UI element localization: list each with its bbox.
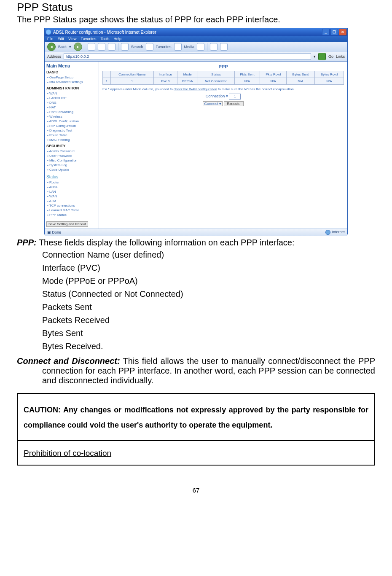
list-item: Connection Name (user defined) <box>17 248 375 261</box>
sidebar-item[interactable]: ADSL Configuration <box>47 119 97 124</box>
col-iface: Interface <box>153 71 177 78</box>
sidebar-item[interactable]: OnePage Setup <box>47 75 97 80</box>
caution-box: CAUTION: Any changes or modifications no… <box>17 393 375 441</box>
minimize-button[interactable]: _ <box>322 29 330 35</box>
menu-favorites[interactable]: Favorites <box>81 37 96 41</box>
note-link[interactable]: check the WAN configuration <box>174 87 217 91</box>
toolbar-separator <box>85 43 85 51</box>
sidebar-item[interactable]: WAN <box>47 91 97 96</box>
back-dropdown-icon[interactable]: ▾ <box>69 45 71 49</box>
address-url-text: http://10.0.0.2 <box>66 54 89 59</box>
mail-icon[interactable] <box>210 43 217 51</box>
col-pks: Pkts Sent <box>234 71 260 78</box>
sidebar-head-basic: BASIC <box>46 70 97 74</box>
forward-button[interactable]: ► <box>74 43 82 51</box>
sidebar-head-status[interactable]: Status <box>46 175 97 179</box>
list-item: Mode (PPPoE or PPPoA) <box>17 275 375 288</box>
media-icon[interactable] <box>174 43 182 51</box>
sidebar-item[interactable]: System Log <box>47 163 97 167</box>
history-icon[interactable] <box>197 43 204 51</box>
address-dropdown-icon[interactable]: ▾ <box>314 54 316 59</box>
sidebar-item[interactable]: DNS <box>47 100 97 105</box>
print-icon[interactable] <box>220 43 228 51</box>
ppp-table: Connection Name Interface Mode Status Pk… <box>102 71 344 85</box>
sidebar-menu: Main Menu BASIC OnePage Setup Info advan… <box>45 62 99 229</box>
sidebar-item[interactable]: Port Forwarding <box>47 110 97 114</box>
list-item: Status (Connected or Not Connected) <box>17 288 375 301</box>
internet-zone-icon <box>325 230 330 235</box>
menu-view[interactable]: View <box>68 37 76 41</box>
refresh-icon[interactable] <box>98 43 105 51</box>
favorites-label: Favorites <box>156 45 172 49</box>
address-bar: Address http://10.0.0.2 ▾ Go Links <box>45 52 347 62</box>
sidebar-item[interactable]: TCP connections <box>47 203 97 208</box>
connection-number-row: Connection # 1 <box>102 94 344 100</box>
toolbar-separator <box>118 43 118 51</box>
ppp-label: PPP: <box>17 238 37 247</box>
list-item: Interface (PVC) <box>17 261 375 275</box>
sidebar-item[interactable]: Router <box>47 180 97 185</box>
sidebar-title: Main Menu <box>46 63 97 68</box>
browser-status-bar: ▣ Done Internet <box>45 229 347 236</box>
menu-tools[interactable]: Tools <box>100 37 109 41</box>
menu-edit[interactable]: Edit <box>58 37 64 41</box>
back-button[interactable]: ◄ <box>47 43 56 51</box>
back-label: Back <box>58 45 67 49</box>
sidebar-item[interactable]: RIP Configuration <box>47 124 97 128</box>
ppp-desc-text: These fields display the following infor… <box>37 238 295 247</box>
window-title-text: ADSL Router configuration - Microsoft In… <box>53 30 322 35</box>
list-item: Bytes Sent <box>17 327 375 340</box>
execute-button[interactable]: Execute <box>224 101 244 106</box>
save-reboot-button[interactable]: Save Setting and Reboot <box>46 221 88 227</box>
sidebar-item[interactable]: PPP Status <box>47 213 97 217</box>
sidebar-item[interactable]: WAN <box>47 194 97 199</box>
table-header-row: Connection Name Interface Mode Status Pk… <box>103 71 344 78</box>
menu-file[interactable]: File <box>47 37 54 41</box>
sidebar-item[interactable]: Diagnostic Test <box>47 128 97 133</box>
window-control-buttons: _ ☐ ✕ <box>322 29 346 35</box>
status-zone: Internet <box>332 230 345 234</box>
maximize-button[interactable]: ☐ <box>330 29 338 35</box>
execute-row: Connect ▾ Execute <box>102 101 344 106</box>
toolbar-separator <box>207 43 207 51</box>
cell-pks: N/A <box>234 78 260 85</box>
search-icon[interactable] <box>121 43 129 51</box>
main-content: PPP Connection Name Interface Mode Statu… <box>99 62 347 229</box>
sidebar-item[interactable]: LAN <box>47 189 97 194</box>
list-item: Packets Sent <box>17 301 375 314</box>
action-select[interactable]: Connect ▾ <box>203 101 223 106</box>
menu-help[interactable]: Help <box>113 37 121 41</box>
sidebar-item[interactable]: MAC Filtering <box>47 137 97 142</box>
col-name: Connection Name <box>110 71 153 78</box>
sidebar-item[interactable]: Code Update <box>47 167 97 172</box>
sidebar-item[interactable]: User Password <box>47 153 97 158</box>
stop-icon[interactable] <box>88 43 95 51</box>
close-button[interactable]: ✕ <box>339 29 346 35</box>
cell-idx: 1 <box>103 78 111 85</box>
sidebar-item[interactable]: ADSL <box>47 185 97 189</box>
sidebar-item[interactable]: LAN/DHCP <box>47 96 97 100</box>
home-icon[interactable] <box>108 43 115 51</box>
col-byr: Bytes Rcvd <box>314 71 344 78</box>
cell-bys: N/A <box>287 78 315 85</box>
cell-status: Not Connected <box>198 78 234 85</box>
sidebar-item[interactable]: Learned MAC Table <box>47 208 97 213</box>
sidebar-item[interactable]: ATM <box>47 199 97 203</box>
links-label[interactable]: Links <box>336 54 345 59</box>
ie-screenshot: ADSL Router configuration - Microsoft In… <box>44 28 348 234</box>
cell-byr: N/A <box>314 78 344 85</box>
menu-bar: File Edit View Favorites Tools Help <box>45 36 347 42</box>
sidebar-item[interactable]: Info advanced settings <box>47 80 97 84</box>
sidebar-item[interactable]: NAT <box>47 105 97 110</box>
favorites-icon[interactable] <box>146 43 153 51</box>
connection-number-input[interactable]: 1 <box>229 94 241 100</box>
sidebar-item[interactable]: Route Table <box>47 133 97 137</box>
col-mode: Mode <box>177 71 198 78</box>
go-button[interactable] <box>318 53 326 60</box>
sidebar-item[interactable]: Wireless <box>47 114 97 119</box>
window-title-bar: ADSL Router configuration - Microsoft In… <box>45 28 347 36</box>
sidebar-item[interactable]: Admin Password <box>47 149 97 153</box>
sidebar-item[interactable]: Misc Configuration <box>47 158 97 163</box>
connect-label: Connect and Disconnect: <box>17 356 120 366</box>
address-input[interactable]: http://10.0.0.2 <box>64 53 311 60</box>
